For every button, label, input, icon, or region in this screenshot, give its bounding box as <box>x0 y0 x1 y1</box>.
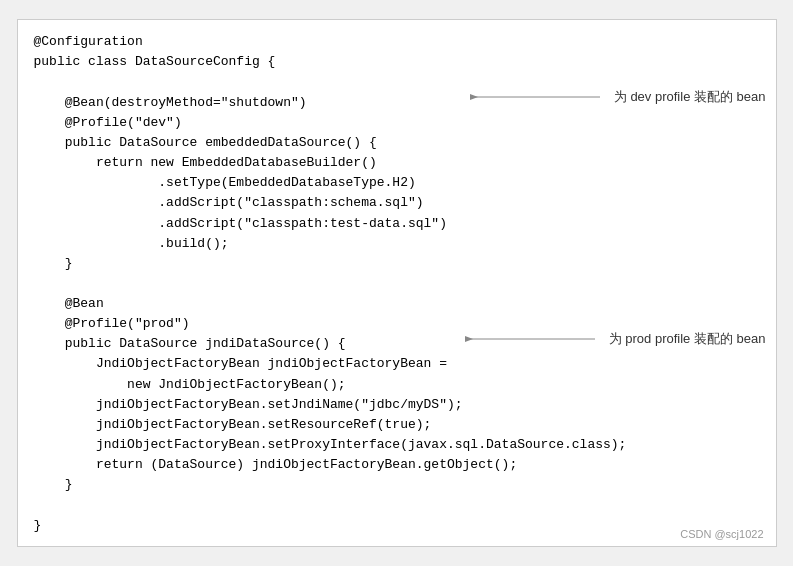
annotation-prod-text: 为 prod profile 装配的 bean <box>609 330 766 348</box>
code-line-10: .addScript("classpath:test-data.sql") <box>34 216 447 231</box>
arrow-prod <box>465 332 605 346</box>
annotation-dev: 为 dev profile 装配的 bean <box>470 88 766 106</box>
code-line-6: public DataSource embeddedDataSource() { <box>34 135 377 150</box>
code-line-11: .build(); <box>34 236 229 251</box>
code-line-5: @Profile("dev") <box>34 115 182 130</box>
watermark: CSDN @scj1022 <box>680 528 763 540</box>
code-line-1: @Configuration <box>34 34 143 49</box>
svg-marker-1 <box>470 94 478 100</box>
code-line-7: return new EmbeddedDatabaseBuilder() <box>34 155 377 170</box>
annotation-dev-text: 为 dev profile 装配的 bean <box>614 88 766 106</box>
code-block: @Configuration public class DataSourceCo… <box>34 32 760 536</box>
code-line-23: } <box>34 477 73 492</box>
code-line-8: .setType(EmbeddedDatabaseType.H2) <box>34 175 416 190</box>
code-line-22: return (DataSource) jndiObjectFactoryBea… <box>34 457 518 472</box>
code-line-18: new JndiObjectFactoryBean(); <box>34 377 346 392</box>
code-line-9: .addScript("classpath:schema.sql") <box>34 195 424 210</box>
annotation-prod: 为 prod profile 装配的 bean <box>465 330 766 348</box>
svg-marker-3 <box>465 336 473 342</box>
code-container: @Configuration public class DataSourceCo… <box>17 19 777 547</box>
code-line-19: jndiObjectFactoryBean.setJndiName("jdbc/… <box>34 397 463 412</box>
code-line-20: jndiObjectFactoryBean.setResourceRef(tru… <box>34 417 432 432</box>
code-line-17: JndiObjectFactoryBean jndiObjectFactoryB… <box>34 356 447 371</box>
code-line-12: } <box>34 256 73 271</box>
code-line-25: } <box>34 518 42 533</box>
code-line-21: jndiObjectFactoryBean.setProxyInterface(… <box>34 437 627 452</box>
code-line-16: public DataSource jndiDataSource() { <box>34 336 346 351</box>
code-line-2: public class DataSourceConfig { <box>34 54 276 69</box>
arrow-dev <box>470 90 610 104</box>
code-line-4: @Bean(destroyMethod="shutdown") <box>34 95 307 110</box>
code-line-15: @Profile("prod") <box>34 316 190 331</box>
code-line-14: @Bean <box>34 296 104 311</box>
